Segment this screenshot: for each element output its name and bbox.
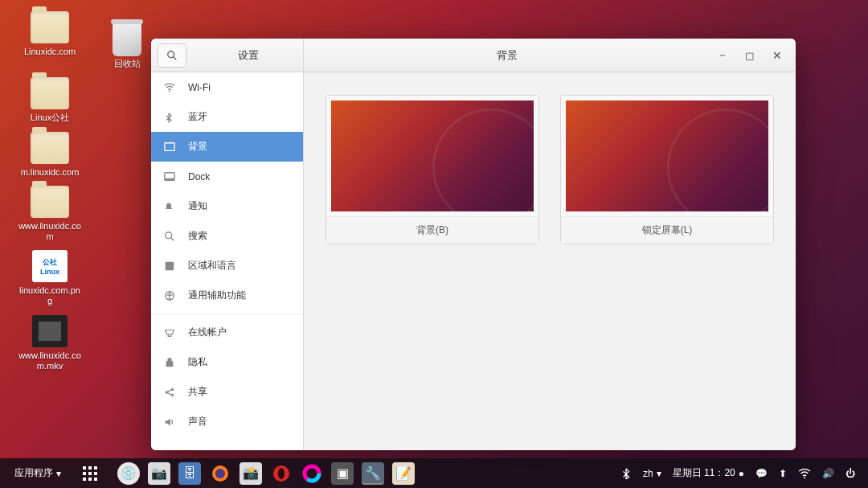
volume-tray[interactable]: 🔊 (822, 468, 834, 479)
sidebar-label: Dock (188, 171, 210, 182)
folder-icon (31, 77, 69, 109)
sidebar-item-privacy[interactable]: 隐私 (151, 347, 303, 377)
svg-line-7 (171, 237, 174, 240)
icon-label: m.linuxidc.com (18, 167, 82, 178)
sidebar-item-background[interactable]: 背景 (151, 132, 303, 162)
sound-icon (164, 416, 177, 428)
card-label: 锁定屏幕(L) (561, 216, 773, 244)
desktop-folder-wwwlinuxidc[interactable]: www.linuxidc.com (18, 186, 82, 242)
svg-point-0 (168, 51, 174, 57)
sidebar-item-accessibility[interactable]: 通用辅助功能 (151, 281, 303, 310)
sidebar-item-search[interactable]: 搜索 (151, 221, 303, 251)
task-opera[interactable] (270, 462, 293, 485)
svg-rect-5 (165, 178, 174, 180)
power-tray[interactable]: ⏻ (845, 468, 855, 479)
icon-label: www.linuxidc.com.mkv (18, 351, 82, 371)
clock-tray[interactable]: 星期日 11：20 ● (673, 466, 744, 480)
task-terminal[interactable]: ▣ (331, 462, 354, 485)
task-color[interactable] (301, 462, 323, 485)
sidebar-label: Wi-Fi (188, 82, 211, 93)
svg-point-20 (804, 477, 805, 478)
trash-icon (108, 23, 146, 55)
background-icon (164, 141, 177, 153)
icon-label: Linux公社 (18, 113, 82, 123)
task-screenshot[interactable]: 📷 (148, 462, 170, 485)
settings-sidebar[interactable]: Wi-Fi蓝牙背景Dock通知搜索区域和语言通用辅助功能在线帐户隐私共享声音 (151, 72, 304, 450)
settings-window: 设置 背景 － ◻ ✕ Wi-Fi蓝牙背景Dock通知搜索区域和语言通用辅助功能… (151, 39, 796, 450)
globe-icon (164, 260, 177, 272)
sidebar-separator (151, 314, 303, 314)
card-label: 背景(B) (326, 216, 538, 244)
dock-icon (164, 171, 177, 182)
sidebar-item-share[interactable]: 共享 (151, 377, 303, 407)
icon-label: linuxidc.com.png (18, 285, 82, 306)
desktop: Linuxidc.com 回收站 Linux公社 m.linuxidc.com … (0, 0, 161, 391)
sidebar-item-globe[interactable]: 区域和语言 (151, 251, 303, 281)
background-card[interactable]: 背景(B) (326, 95, 539, 244)
panel-left: 应用程序 ▾ 💿 📷 🗄 📸 ▣ 🔧 📝 (0, 462, 415, 485)
background-content: 背景(B) 锁定屏幕(L) (304, 72, 796, 450)
desktop-folder-mlinuxidc[interactable]: m.linuxidc.com (18, 132, 82, 178)
sidebar-item-sound[interactable]: 声音 (151, 407, 303, 437)
sidebar-label: 通用辅助功能 (188, 289, 246, 302)
titlebar[interactable]: 设置 背景 － ◻ ✕ (151, 39, 796, 72)
search-icon (164, 231, 177, 242)
desktop-trash[interactable]: 回收站 (95, 23, 159, 69)
window-controls: － ◻ ✕ (710, 39, 796, 72)
wallpaper-preview (331, 100, 534, 211)
sidebar-item-bluetooth[interactable]: 蓝牙 (151, 102, 303, 132)
bluetooth-tray[interactable] (620, 468, 632, 479)
svg-point-6 (166, 232, 172, 238)
bottom-panel: 应用程序 ▾ 💿 📷 🗄 📸 ▣ 🔧 📝 zh ▾ 星期日 11：20 ● 💬 … (0, 458, 868, 488)
bell-icon (164, 201, 177, 212)
task-settings[interactable]: 🔧 (362, 462, 384, 485)
task-firefox[interactable] (209, 462, 231, 485)
updates-tray[interactable]: ⬆ (779, 468, 787, 479)
minimize-button[interactable]: － (710, 44, 735, 67)
task-files[interactable]: 🗄 (178, 462, 201, 485)
share-icon (164, 387, 177, 398)
svg-rect-8 (166, 261, 174, 270)
privacy-icon (164, 357, 177, 368)
desktop-video-file[interactable]: www.linuxidc.com.mkv (18, 315, 82, 371)
svg-rect-3 (165, 142, 174, 150)
language-tray[interactable]: zh ▾ (643, 468, 661, 479)
bluetooth-icon (164, 112, 177, 123)
sidebar-label: 区域和语言 (188, 259, 236, 273)
icon-label: Linuxidc.com (18, 47, 82, 57)
icon-label: www.linuxidc.com (18, 221, 82, 242)
sidebar-item-bell[interactable]: 通知 (151, 191, 303, 221)
wifi-icon (798, 469, 811, 478)
sidebar-item-dock[interactable]: Dock (151, 162, 303, 191)
folder-icon (31, 132, 69, 164)
svg-point-10 (169, 293, 171, 295)
desktop-folder-linuxidc[interactable]: Linuxidc.com (18, 11, 82, 57)
close-button[interactable]: ✕ (765, 44, 789, 67)
lang-label: zh (643, 468, 653, 479)
svg-point-2 (169, 90, 170, 92)
sidebar-item-wifi[interactable]: Wi-Fi (151, 72, 303, 102)
network-tray[interactable] (798, 469, 811, 478)
sidebar-label: 通知 (188, 199, 207, 213)
chevron-down-icon: ▾ (56, 468, 61, 479)
task-disks[interactable]: 💿 (117, 462, 140, 485)
desktop-image-file[interactable]: 公社Linux linuxidc.com.png (18, 250, 82, 306)
window-body: Wi-Fi蓝牙背景Dock通知搜索区域和语言通用辅助功能在线帐户隐私共享声音 背… (151, 72, 796, 450)
desktop-folder-linuxgongshe[interactable]: Linux公社 (18, 77, 82, 123)
maximize-button[interactable]: ◻ (738, 44, 762, 67)
taskbar: 💿 📷 🗄 📸 ▣ 🔧 📝 (117, 462, 415, 485)
notifications-tray[interactable]: 💬 (755, 468, 768, 479)
sidebar-label: 在线帐户 (188, 326, 227, 339)
settings-title: 设置 (193, 48, 303, 63)
sidebar-label: 搜索 (188, 229, 207, 243)
svg-line-1 (174, 56, 177, 59)
sidebar-item-accounts[interactable]: 在线帐户 (151, 318, 303, 347)
search-button[interactable] (158, 43, 186, 68)
bluetooth-icon (620, 468, 632, 479)
lockscreen-card[interactable]: 锁定屏幕(L) (560, 95, 774, 244)
task-camera[interactable]: 📸 (240, 462, 262, 485)
applications-menu[interactable]: 应用程序 ▾ (10, 463, 66, 483)
task-editor[interactable]: 📝 (392, 462, 415, 485)
show-apps-button[interactable] (80, 464, 100, 483)
sidebar-label: 蓝牙 (188, 110, 207, 124)
